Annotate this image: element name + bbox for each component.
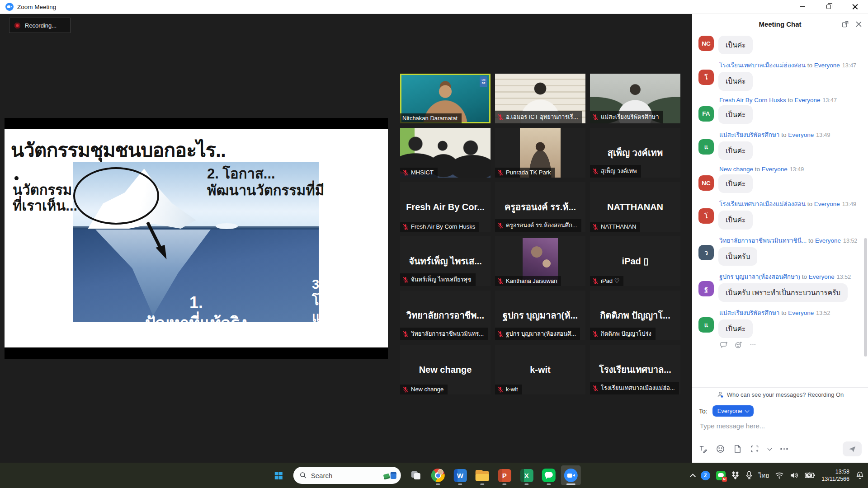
video-tile[interactable]: จันทร์เพ็ญ ไพรเส...จันทร์เพ็ญ ไพรเสถียรส… xyxy=(400,236,491,286)
powerpoint-icon: P xyxy=(498,469,511,482)
search-icon xyxy=(300,472,307,479)
video-tile[interactable]: Punrada TK Park xyxy=(495,128,585,178)
message-bubble: เป็นค่ะ xyxy=(718,319,753,338)
wifi-icon[interactable] xyxy=(775,472,784,479)
speaker-icon[interactable] xyxy=(790,472,799,479)
participant-name-label: Kanthana Jaisuwan xyxy=(495,276,561,286)
send-button[interactable] xyxy=(843,441,862,456)
participant-name: NATTHANAN xyxy=(601,223,636,230)
recording-indicator[interactable]: Recording... xyxy=(9,18,71,33)
taskbar-powerpoint[interactable]: P xyxy=(495,465,514,485)
file-explorer-icon xyxy=(476,470,489,481)
language-indicator[interactable]: ไทย xyxy=(759,470,769,480)
message-input[interactable]: Type message here... xyxy=(692,417,868,430)
close-chat-icon[interactable] xyxy=(856,21,862,27)
video-tile[interactable]: iPad ▯iPad ♡ xyxy=(590,236,680,286)
participant-name-label: k-wit xyxy=(495,385,522,394)
more-formats-chevron-icon[interactable] xyxy=(768,448,771,450)
mic-muted-icon xyxy=(592,278,599,284)
mic-muted-icon xyxy=(592,168,599,174)
mic-muted-icon xyxy=(592,385,599,391)
line-tray-icon[interactable]: N xyxy=(716,471,726,480)
more-options-icon[interactable] xyxy=(780,448,788,450)
avatar: แ xyxy=(698,317,714,333)
participant-name-label: NATTHANAN xyxy=(590,222,640,232)
clock-time: 13:58 xyxy=(821,468,849,475)
chrome-profile-avatar xyxy=(438,469,443,475)
screenshot-icon[interactable] xyxy=(750,445,759,453)
minimize-button[interactable] xyxy=(789,0,816,14)
message-more-icon[interactable] xyxy=(749,341,757,348)
participant-name: Punrada TK Park xyxy=(506,169,551,176)
participant-name-label: iPad ♡ xyxy=(590,276,623,286)
taskbar-excel[interactable]: X xyxy=(517,465,537,485)
participant-name-label: วิทยาลัยการอาชีพนวมินทร... xyxy=(400,328,488,340)
microphone-tray-icon[interactable] xyxy=(745,471,753,480)
presentation-slide: นวัตกรรมชุมชนบอกอะไร.. 3. โอกาส... แก้ปั… xyxy=(5,129,388,347)
ice-floe xyxy=(216,223,238,229)
message-bubble: เป็นค่ะ xyxy=(718,105,753,124)
video-tile[interactable]: New changeNew change xyxy=(400,345,491,394)
start-button[interactable] xyxy=(269,465,288,485)
recipient-selector[interactable]: Everyone xyxy=(712,405,754,417)
mic-muted-icon xyxy=(497,169,504,176)
taskbar-clock[interactable]: 13:58 13/11/2566 xyxy=(821,468,849,483)
message-target: Everyone xyxy=(788,310,814,316)
message-time: 13:52 xyxy=(837,274,851,280)
zoom-icon xyxy=(564,469,578,482)
video-tile[interactable]: ครูอรอนงค์ รร.ห้...ครูอรอนงค์ รร.ห้องสอน… xyxy=(495,182,585,232)
emoji-icon[interactable] xyxy=(716,445,725,453)
taskbar-zoom[interactable] xyxy=(561,465,581,485)
video-tile[interactable]: Fresh Air By Cor...Fresh Air By Corn Hus… xyxy=(400,182,491,232)
task-view-button[interactable] xyxy=(406,465,426,485)
close-button[interactable] xyxy=(842,0,868,14)
participant-name: แม่สะเรียงบริพัตรศึกษา xyxy=(601,112,659,122)
participant-name-label: แม่สะเรียงบริพัตรศึกษา xyxy=(590,111,663,123)
video-tile[interactable]: UN DPNitchakan Daramatat xyxy=(400,74,491,123)
zoom-tray-icon[interactable]: Z xyxy=(701,471,710,480)
taskbar-line[interactable] xyxy=(539,465,559,485)
zoom-app-icon xyxy=(5,3,14,11)
mic-muted-icon xyxy=(402,277,409,283)
taskbar-word[interactable]: W xyxy=(450,465,470,485)
message-target: Everyone xyxy=(814,62,840,69)
notification-bell-icon[interactable]: z xyxy=(855,471,864,480)
minimize-icon xyxy=(800,6,805,7)
taskbar-search[interactable]: Search xyxy=(293,467,401,484)
battery-icon[interactable] xyxy=(805,472,816,479)
file-icon[interactable] xyxy=(734,445,741,453)
video-tile[interactable]: MHSICT xyxy=(400,128,491,178)
video-tile[interactable]: Kanthana Jaisuwan xyxy=(495,236,585,286)
taskbar-file-explorer[interactable] xyxy=(472,465,492,485)
video-tile[interactable]: k-witk-wit xyxy=(495,345,585,394)
participant-name: MHSICT xyxy=(411,169,434,176)
video-tile[interactable]: กิตติภพ ปัญญาโ...กิตติภพ ปัญญาโปร่ง xyxy=(590,291,680,340)
message-target: Everyone xyxy=(762,166,788,173)
message-header: แม่สะเรียงบริพัตรศึกษา to Everyone13:49 xyxy=(719,130,830,140)
dropbox-tray-icon[interactable] xyxy=(731,472,740,479)
restore-icon xyxy=(826,5,831,9)
tray-expand-icon[interactable] xyxy=(690,474,696,479)
video-tile[interactable]: สุเพ็ญ วงค์เทพสุเพ็ญ วงค์เทพ xyxy=(590,128,680,178)
video-tile[interactable]: วิทยาลัยการอาชีพ...วิทยาลัยการอาชีพนวมิน… xyxy=(400,291,491,340)
video-tile[interactable]: NATTHANANNATTHANAN xyxy=(590,182,680,232)
video-tile[interactable]: โรงเรียนเทศบาล...โรงเรียนเทศบาลเมืองแม่ฮ… xyxy=(590,345,680,394)
message-time: 13:49 xyxy=(790,166,804,173)
format-text-icon[interactable] xyxy=(698,445,707,453)
reply-icon[interactable] xyxy=(720,341,728,348)
chat-privacy-notice: Who can see your messages? Recording On xyxy=(692,387,868,401)
taskbar-chrome[interactable] xyxy=(428,465,448,485)
chat-scrollbar[interactable] xyxy=(864,238,867,357)
add-reaction-icon[interactable] xyxy=(735,341,742,348)
video-tile[interactable]: อ.เอมอร ICT อุทยานการเรี... xyxy=(495,74,585,123)
chrome-icon xyxy=(431,469,445,482)
message-time: 13:47 xyxy=(823,97,837,103)
popout-icon[interactable] xyxy=(842,21,849,28)
restore-button[interactable] xyxy=(816,0,842,14)
video-tile[interactable]: แม่สะเรียงบริพัตรศึกษา xyxy=(590,74,680,123)
message-sender: ฐปกร บุญมาลา(ห้องสอนศึกษา) xyxy=(719,273,800,280)
participant-name: Kanthana Jaisuwan xyxy=(506,277,557,284)
mic-muted-icon xyxy=(497,222,504,229)
message-sender: โรงเรียนเทศบาลเมืองแม่ฮ่องสอน xyxy=(719,62,806,69)
video-tile[interactable]: ฐปกร บุญมาลา(ห้...ฐปกร บุญมาลา(ห้องสอนศึ… xyxy=(495,291,585,340)
